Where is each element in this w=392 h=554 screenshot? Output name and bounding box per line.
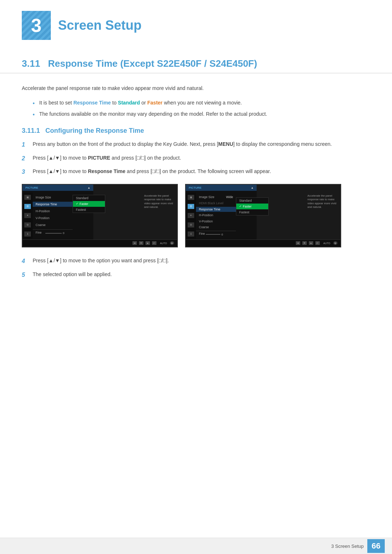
bullet-item-2: The functions available on the monitor m… xyxy=(33,110,370,118)
osd-btn-r4: ↵ xyxy=(315,241,320,245)
bullet1-before: It is best to set xyxy=(39,100,73,106)
osd-item-coarse-left: Coarse xyxy=(33,222,73,227)
bullet1-middle: to xyxy=(112,100,118,106)
osd-btn-r1: ◄ xyxy=(296,241,300,245)
osd-icon-r2: ☰ xyxy=(188,204,194,209)
bullet1-highlight2: Standard xyxy=(118,100,140,106)
bullet1-after: when you are not viewing a movie. xyxy=(164,100,242,106)
osd-submenu-faster-right: Faster xyxy=(236,204,268,209)
osd-submenu-faster-left: Faster xyxy=(73,201,105,207)
bullet1-highlight1: Response Time xyxy=(73,100,111,106)
osd-item-h-position-right: H-Position xyxy=(196,213,236,218)
osd-item-fine-right: Fine 0 xyxy=(196,231,236,237)
osd-btn-left1: ◄ xyxy=(132,241,137,245)
osd-item-v-position-right: V-Position xyxy=(196,219,236,224)
osd-panel-right: PICTURE ▲ ▣ ☰ ✦ ⚙ ℹ Image Size Wide xyxy=(186,185,257,247)
osd-btn-power-left: ⏻ xyxy=(170,241,174,245)
osd-submenu-fastest-left: Fastest xyxy=(73,207,105,213)
osd-item-h-position-left: H-Position xyxy=(33,209,73,214)
step-text-2: Press [▲/▼] to move to PICTURE and press… xyxy=(33,154,370,162)
osd-slider-track-left xyxy=(45,233,62,234)
osd-icon-4: ⚙ xyxy=(24,222,31,227)
footer-page-number: 66 xyxy=(367,539,385,553)
step-number-3: 3 xyxy=(22,167,28,177)
step-number-1: 1 xyxy=(22,140,28,149)
osd-screenshot-left: PICTURE ▲ ▣ ☰ ✦ ⚙ ℹ Image Size Response … xyxy=(22,184,178,247)
main-content: Accelerate the panel response rate to ma… xyxy=(0,81,392,290)
osd-item-image-size-right: Image Size Wide xyxy=(196,194,236,200)
chapter-number: 3 xyxy=(31,15,42,36)
osd-icon-1: ▣ xyxy=(24,195,31,200)
osd-slider-left: 0 xyxy=(42,231,67,235)
osd-submenu-standard-right: Standard xyxy=(236,198,268,204)
step-text-5: The selected option will be applied. xyxy=(33,270,370,278)
osd-icon-3: ✦ xyxy=(24,213,31,218)
osd-icon-5: ℹ xyxy=(24,231,31,237)
osd-item-response-time-left: Response Time xyxy=(33,202,73,207)
osd-panel-left: PICTURE ▲ ▣ ☰ ✦ ⚙ ℹ Image Size Response … xyxy=(23,185,93,247)
osd-btn-r3: ▲ xyxy=(309,241,313,245)
section-title: Response Time (Except S22E450F / S24E450… xyxy=(48,58,257,69)
section-heading: 3.11 Response Time (Except S22E450F / S2… xyxy=(0,51,392,73)
osd-description-left: Accelerate the panel response rate to ma… xyxy=(143,193,175,211)
osd-submenu-standard-left: Standard xyxy=(73,195,105,201)
osd-btn-left2: ▼ xyxy=(139,241,143,245)
osd-bottom-bar-left: ◄ ▼ ▲ ↵ AUTO ⏻ xyxy=(23,239,177,247)
bullet-item-1: It is best to set Response Time to Stand… xyxy=(33,99,370,107)
chapter-title: Screen Setup xyxy=(58,18,142,33)
osd-header-right: PICTURE ▲ xyxy=(186,185,257,191)
osd-menu-items-right: Image Size Wide HDMI Black Level Respons… xyxy=(196,193,236,239)
step-text-3: Press [▲/▼] to move to Response Time and… xyxy=(33,167,370,175)
step-number-5: 5 xyxy=(22,270,28,280)
intro-paragraph: Accelerate the panel response rate to ma… xyxy=(22,84,370,92)
screenshots-container: PICTURE ▲ ▣ ☰ ✦ ⚙ ℹ Image Size Response … xyxy=(22,184,370,247)
step-number-2: 2 xyxy=(22,154,28,163)
step-1: 1 Press any button on the front of the p… xyxy=(22,140,370,149)
subsection-title: Configuring the Response Time xyxy=(45,127,144,134)
osd-item-image-size-left: Image Size xyxy=(33,195,73,200)
osd-btn-r2: ▼ xyxy=(302,241,307,245)
page-header: 3 Screen Setup xyxy=(0,0,392,47)
step-2: 2 Press [▲/▼] to move to PICTURE and pre… xyxy=(22,154,370,163)
osd-auto-left: AUTO xyxy=(160,242,167,245)
osd-item-v-position-left: V-Position xyxy=(33,216,73,221)
osd-screenshot-right: PICTURE ▲ ▣ ☰ ✦ ⚙ ℹ Image Size Wide xyxy=(185,184,341,247)
osd-header-label-right: PICTURE xyxy=(189,186,201,189)
subsection-number: 3.11.1 xyxy=(22,127,40,134)
osd-slider-val-left: 0 xyxy=(63,231,64,235)
osd-icon-r5: ℹ xyxy=(188,231,194,237)
osd-icon-r1: ▣ xyxy=(188,195,194,200)
osd-item-hdmi-right: HDMI Black Level xyxy=(196,201,236,206)
chapter-box: 3 xyxy=(22,11,51,40)
osd-submenu-left: Standard Faster Fastest xyxy=(73,195,105,213)
osd-slider-val-right: 0 xyxy=(221,233,223,236)
osd-description-right: Accelerate the panel response rate to ma… xyxy=(306,193,339,211)
osd-btn-left3: ▲ xyxy=(146,241,150,245)
bullet1-middle2: or xyxy=(141,100,147,106)
osd-icon-r4: ⚙ xyxy=(188,222,194,227)
osd-header-arrow-right: ▲ xyxy=(251,186,254,189)
osd-header-left: PICTURE ▲ xyxy=(23,185,93,191)
footer-section-label: 3 Screen Setup xyxy=(331,543,364,549)
steps-list-2: 4 Press [▲/▼] to move to the option you … xyxy=(22,257,370,279)
step-4: 4 Press [▲/▼] to move to the option you … xyxy=(22,257,370,266)
osd-item-imgsize-val: Wide xyxy=(226,195,233,199)
osd-header-arrow-left: ▲ xyxy=(87,186,90,189)
osd-slider-track-right xyxy=(206,234,220,235)
osd-item-response-time-right: Response Time xyxy=(196,207,236,212)
osd-icons-left: ▣ ☰ ✦ ⚙ ℹ xyxy=(23,193,33,239)
osd-header-label-left: PICTURE xyxy=(25,186,38,189)
osd-icon-2: ☰ xyxy=(24,204,31,209)
step-number-4: 4 xyxy=(22,257,28,266)
bullet-list: It is best to set Response Time to Stand… xyxy=(33,99,370,118)
osd-item-imgsize-label: Image Size xyxy=(199,195,215,199)
osd-icon-r3: ✦ xyxy=(188,213,194,218)
steps-list: 1 Press any button on the front of the p… xyxy=(22,140,370,177)
page-footer: 3 Screen Setup 66 xyxy=(0,538,392,554)
osd-item-coarse-right: Coarse xyxy=(196,225,236,230)
osd-item-fine-left: Fine 0 xyxy=(33,229,73,237)
osd-btn-power-right: ⏻ xyxy=(333,241,338,245)
osd-auto-right: AUTO xyxy=(323,242,330,245)
osd-btn-left4: ↵ xyxy=(152,241,156,245)
osd-submenu-right: Standard Faster Fastest xyxy=(236,197,269,216)
